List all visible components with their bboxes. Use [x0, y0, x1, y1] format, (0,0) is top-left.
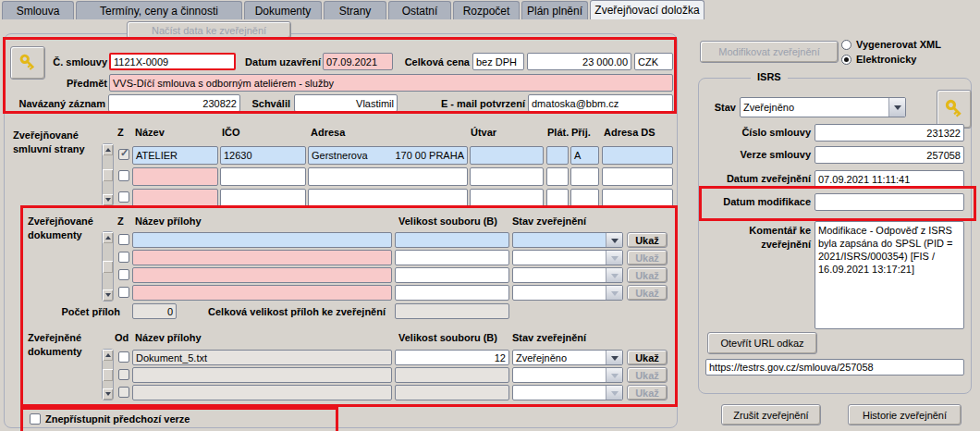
pubdoc-size-field[interactable]: [395, 267, 509, 283]
party-checkbox[interactable]: [118, 191, 129, 203]
publisheddoc-checkbox[interactable]: [118, 387, 129, 398]
party-address-field[interactable]: [308, 189, 468, 207]
party-adresa-ds-field[interactable]: [602, 189, 673, 207]
cancel-publication-button[interactable]: Zrušit zveřejnění: [721, 404, 821, 425]
publisheddocs-scrollbar[interactable]: [102, 349, 114, 400]
pubdoc-checkbox[interactable]: [118, 269, 129, 280]
tab-dokumenty[interactable]: Dokumenty: [244, 1, 322, 19]
isrs-comment-memo[interactable]: Modifikace - Odpověď z ISRS byla zapsána…: [815, 221, 964, 329]
publisheddoc-size-field[interactable]: [395, 385, 509, 400]
publisheddoc-name-field[interactable]: [132, 367, 392, 383]
hide-previous-versions-checkbox[interactable]: [30, 413, 41, 425]
tab-strany[interactable]: Strany: [324, 1, 386, 19]
parties-scrollbar[interactable]: [102, 143, 114, 206]
party-adresa-ds-field[interactable]: [602, 167, 673, 186]
party-name-field[interactable]: [132, 189, 218, 207]
pubdocs-scrollbar[interactable]: [102, 231, 114, 302]
generate-xml-radio[interactable]: [841, 40, 851, 50]
electronic-label: Elektronicky: [856, 54, 916, 65]
pubdoc-show-button[interactable]: Ukaž: [627, 232, 668, 248]
pubdoc-name-field[interactable]: [132, 250, 392, 265]
party-ico-field[interactable]: 12630: [220, 146, 306, 165]
tab-rozpocet[interactable]: Rozpočet: [453, 1, 520, 19]
pubdoc-name-field[interactable]: [132, 285, 392, 301]
scrollbar-thumb[interactable]: [103, 369, 113, 381]
pubdoc-status-dropdown[interactable]: [512, 232, 623, 248]
publisheddoc-status-dropdown[interactable]: Zveřejněno: [512, 350, 623, 365]
isrs-contract-number-field[interactable]: 231322: [815, 124, 964, 142]
isrs-status-dropdown[interactable]: Zveřejněno: [740, 97, 906, 117]
key-icon: [943, 97, 965, 121]
party-plat-field[interactable]: [546, 167, 569, 186]
isrs-contract-version-field[interactable]: 257058: [815, 146, 964, 164]
open-url-button[interactable]: Otevřít URL odkaz: [707, 332, 817, 354]
closing-date-field[interactable]: 07.09.2021: [323, 53, 393, 70]
party-ico-field[interactable]: [220, 167, 306, 186]
publication-history-button[interactable]: Historie zveřejnění: [848, 404, 962, 425]
electronic-radio[interactable]: [841, 55, 851, 65]
chevron-down-icon[interactable]: [606, 351, 622, 364]
party-checkbox[interactable]: [118, 149, 129, 160]
pubdoc-checkbox[interactable]: [118, 252, 129, 263]
party-utvar-field[interactable]: [470, 167, 544, 186]
pubdoc-size-field[interactable]: [395, 250, 509, 265]
party-prij-field[interactable]: A: [570, 146, 599, 165]
pubdoc-checkbox[interactable]: [118, 287, 129, 298]
email-confirm-field[interactable]: dmatoska@bbm.cz: [528, 94, 673, 112]
party-utvar-field[interactable]: [470, 189, 544, 207]
party-plat-field[interactable]: [546, 146, 569, 165]
party-utvar-field[interactable]: [470, 146, 544, 165]
tab-zverejnovaci-dolozka[interactable]: Zveřejňovací doložka: [590, 0, 704, 19]
isrs-modify-date-field[interactable]: [815, 193, 964, 211]
pubdoc-name-field[interactable]: [132, 232, 392, 248]
party-adresa-ds-field[interactable]: [602, 146, 673, 165]
publisheddoc-size-field[interactable]: [395, 367, 509, 383]
url-field[interactable]: https://testrs.gov.cz/smlouva/257058: [705, 359, 964, 376]
triangle-up-icon[interactable]: [103, 350, 113, 361]
tab-smlouva[interactable]: Smlouva: [2, 1, 74, 19]
publisheddoc-checkbox[interactable]: [118, 369, 129, 380]
tab-ostatni[interactable]: Ostatní: [388, 1, 451, 19]
party-prij-field[interactable]: [570, 189, 599, 207]
modify-publication-button[interactable]: Modifikovat zveřejnění: [700, 41, 839, 63]
party-name-field[interactable]: [132, 167, 218, 186]
total-price-field[interactable]: 23 000.00: [527, 53, 631, 70]
triangle-down-icon[interactable]: [103, 289, 113, 301]
unlock-button[interactable]: [10, 46, 45, 80]
pubdoc-name-field[interactable]: [132, 267, 392, 283]
approved-by-field[interactable]: Vlastimil: [294, 94, 398, 112]
tab-plan-plneni[interactable]: Plán plnění: [521, 1, 588, 19]
party-address-field[interactable]: Gerstnerova170 00 PRAHA: [308, 146, 468, 165]
contract-number-field[interactable]: 1121X-0009: [109, 53, 236, 70]
subject-field[interactable]: VVS-Díčí smlouva s odborným ateliérem - …: [109, 74, 673, 92]
chevron-down-icon[interactable]: [606, 233, 622, 247]
currency-field[interactable]: CZK: [634, 53, 673, 70]
party-plat-field[interactable]: [546, 189, 569, 207]
pubdoc-size-field[interactable]: [395, 285, 509, 301]
party-checkbox[interactable]: [118, 170, 129, 181]
isrs-publish-date-field[interactable]: 07.09.2021 11:11:41: [815, 170, 964, 188]
chevron-down-icon[interactable]: [888, 98, 905, 117]
linked-record-field[interactable]: 230822: [108, 94, 240, 112]
scrollbar-thumb[interactable]: [103, 169, 113, 181]
party-prij-field[interactable]: [570, 167, 599, 186]
publisheddoc-name-field[interactable]: [132, 385, 392, 400]
triangle-down-icon[interactable]: [103, 194, 113, 205]
triangle-up-icon[interactable]: [103, 144, 113, 155]
triangle-up-icon[interactable]: [103, 232, 113, 243]
isrs-unlock-button[interactable]: [937, 90, 972, 129]
publisheddoc-checkbox[interactable]: [118, 351, 129, 363]
publisheddoc-name-field[interactable]: Dokument_5.txt: [132, 350, 392, 365]
publisheddoc-show-button[interactable]: Ukaž: [627, 350, 668, 365]
triangle-down-icon[interactable]: [103, 388, 113, 400]
party-name-field[interactable]: ATELIER: [132, 146, 218, 165]
pubdoc-checkbox[interactable]: [118, 234, 129, 245]
party-address-field[interactable]: [308, 167, 468, 186]
scrollbar-thumb[interactable]: [103, 261, 113, 273]
vat-mode-field[interactable]: bez DPH: [472, 53, 524, 70]
publisheddoc-size-field[interactable]: 12: [395, 350, 509, 365]
party-ico-field[interactable]: [220, 189, 306, 207]
pubdoc-size-field[interactable]: [395, 232, 509, 248]
tab-terminy-ceny-cinnosti[interactable]: Termíny, ceny a činnosti: [76, 1, 242, 19]
load-data-button[interactable]: Načíst data ke zveřejnění: [127, 21, 291, 39]
